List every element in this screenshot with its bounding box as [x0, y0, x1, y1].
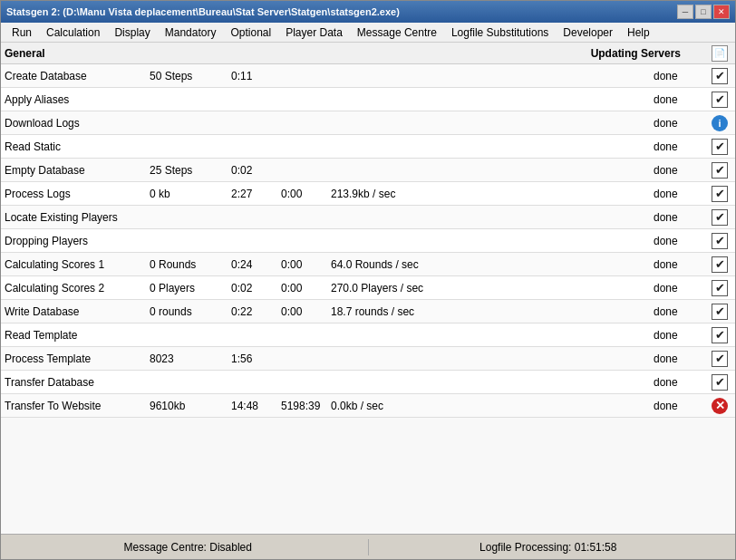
minimize-button[interactable]: ─	[677, 5, 693, 19]
table-row: Process Logs0 kb2:270:00213.9kb / secdon…	[1, 182, 735, 206]
table-row: Transfer Databasedone✔	[1, 371, 735, 394]
check-icon: ✔	[712, 304, 728, 320]
row-icon-container: ✔	[708, 182, 731, 206]
row-status: done	[654, 211, 708, 224]
row-name: Transfer To Website	[5, 400, 150, 412]
table-row: Apply Aliasesdone✔	[1, 88, 735, 111]
row-icon-container: ✔	[708, 253, 731, 276]
row-val2: 0:02	[231, 282, 281, 294]
row-val2: 2:27	[231, 188, 281, 200]
table-row: Download Logsdonei	[1, 111, 735, 135]
row-status: done	[654, 329, 708, 342]
table-row: Dropping Playersdone✔	[1, 229, 735, 253]
row-name: Apply Aliases	[5, 93, 150, 106]
row-val2: 1:56	[231, 352, 281, 365]
main-window: Statsgen 2: (D:\Manu Vista deplacement\B…	[0, 0, 736, 560]
row-name: Process Template	[5, 352, 150, 365]
row-status: done	[654, 400, 708, 412]
maximize-button[interactable]: □	[695, 5, 712, 19]
check-icon: ✔	[712, 209, 728, 226]
row-status: done	[654, 235, 708, 247]
status-bar: Message Centre: Disabled Logfile Process…	[1, 534, 735, 559]
row-val2: 14:48	[231, 400, 281, 412]
row-icon-container: ✔	[708, 276, 731, 300]
row-icon-container: ✔	[708, 64, 731, 88]
row-icon-container: ✔	[708, 88, 731, 111]
row-name: Download Logs	[5, 117, 150, 130]
row-name: Read Template	[5, 329, 150, 342]
main-content: General Updating Servers 📄 Create Databa…	[1, 43, 735, 534]
page-icon: 📄	[712, 45, 728, 62]
row-icon-container: ✕	[708, 394, 731, 418]
menu-item-calculation[interactable]: Calculation	[39, 24, 107, 41]
row-name: Write Database	[5, 305, 150, 318]
row-icon-container: ✔	[708, 229, 731, 253]
table-row: Locate Existing Playersdone✔	[1, 206, 735, 229]
row-status: done	[654, 376, 708, 389]
window-title: Statsgen 2: (D:\Manu Vista deplacement\B…	[6, 6, 400, 17]
status-left: Message Centre: Disabled	[8, 541, 368, 554]
row-val4: 270.0 Players / sec	[331, 282, 440, 294]
table-row: Create Database50 Steps0:11done✔	[1, 64, 735, 88]
check-icon: ✔	[712, 327, 728, 343]
row-name: Calculating Scores 1	[5, 258, 150, 271]
row-val4: 64.0 Rounds / sec	[331, 258, 440, 271]
row-val2: 0:24	[231, 258, 281, 271]
row-icon-container: ✔	[708, 159, 731, 182]
menu-item-help[interactable]: Help	[620, 24, 657, 41]
row-icon-container: ✔	[708, 347, 731, 371]
row-status: done	[654, 70, 708, 82]
check-icon: ✔	[712, 68, 728, 84]
check-icon: ✔	[712, 374, 728, 391]
row-val3: 0:00	[281, 188, 331, 200]
row-val4: 213.9kb / sec	[331, 188, 440, 200]
menu-bar: RunCalculationDisplayMandatoryOptionalPl…	[1, 23, 735, 43]
menu-item-run[interactable]: Run	[5, 24, 39, 41]
check-icon: ✔	[712, 186, 728, 202]
row-val1: 50 Steps	[150, 70, 231, 82]
row-status: done	[654, 140, 708, 153]
row-icon-container: ✔	[708, 323, 731, 347]
row-name: Calculating Scores 2	[5, 282, 150, 294]
row-val1: 0 rounds	[150, 305, 231, 318]
row-status: done	[654, 188, 708, 200]
updating-label: Updating Servers	[591, 47, 681, 60]
row-val3: 0:00	[281, 282, 331, 294]
menu-item-mandatory[interactable]: Mandatory	[158, 24, 224, 41]
close-button[interactable]: ✕	[713, 5, 730, 19]
row-val3: 0:00	[281, 305, 331, 318]
menu-item-message-centre[interactable]: Message Centre	[350, 24, 444, 41]
row-val2: 0:11	[231, 70, 281, 82]
table-row: Transfer To Website9610kb14:485198:390.0…	[1, 394, 735, 418]
row-icon-container: ✔	[708, 206, 731, 229]
menu-item-display[interactable]: Display	[107, 24, 157, 41]
info-icon: i	[712, 115, 728, 131]
row-status: done	[654, 93, 708, 106]
row-name: Locate Existing Players	[5, 211, 150, 224]
menu-item-player-data[interactable]: Player Data	[278, 24, 350, 41]
table-row: Calculating Scores 20 Players0:020:00270…	[1, 276, 735, 300]
row-val3: 5198:39	[281, 400, 331, 412]
table-row: Process Template80231:56done✔	[1, 347, 735, 371]
general-label: General	[5, 47, 168, 60]
row-val3: 0:00	[281, 258, 331, 271]
row-status: done	[654, 164, 708, 177]
row-status: done	[654, 352, 708, 365]
row-val1: 0 kb	[150, 188, 231, 200]
row-icon-container: i	[708, 111, 731, 135]
row-val4: 0.0kb / sec	[331, 400, 440, 412]
row-status: done	[654, 282, 708, 294]
menu-item-logfile-substitutions[interactable]: Logfile Substitutions	[444, 24, 556, 41]
table-row: Read Staticdone✔	[1, 135, 735, 159]
check-icon: ✔	[712, 351, 728, 367]
header-row: General Updating Servers 📄	[1, 43, 735, 64]
row-status: done	[654, 117, 708, 130]
menu-item-optional[interactable]: Optional	[223, 24, 278, 41]
row-val1: 25 Steps	[150, 164, 231, 177]
row-icon-container: ✔	[708, 371, 731, 394]
check-icon: ✔	[712, 162, 728, 179]
table-row: Read Templatedone✔	[1, 323, 735, 347]
row-val2: 0:22	[231, 305, 281, 318]
row-name: Create Database	[5, 70, 150, 82]
menu-item-developer[interactable]: Developer	[556, 24, 620, 41]
